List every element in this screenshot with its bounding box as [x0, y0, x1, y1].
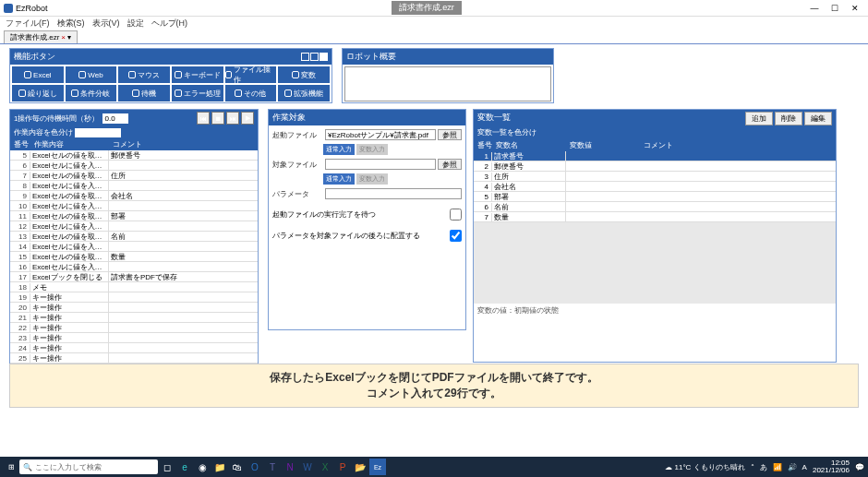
menu-settings[interactable]: 設定 [127, 18, 144, 30]
step-icon[interactable]: ⏭ [226, 112, 239, 125]
var-row[interactable]: 2郵便番号 [474, 161, 836, 172]
close-button[interactable]: ✕ [846, 2, 864, 15]
ops-row[interactable]: 23キー操作 [10, 333, 258, 343]
robot-overview-box[interactable] [344, 66, 551, 101]
store-icon[interactable]: 🛍 [229, 459, 246, 475]
normal-input-button[interactable]: 通常入力 [323, 144, 355, 155]
color-input[interactable] [75, 128, 121, 137]
ops-row[interactable]: 16Excelセルに値を入… [10, 262, 258, 272]
fn-button-0[interactable]: Excel [12, 66, 64, 83]
ops-row[interactable]: 12Excelセルに値を入… [10, 221, 258, 232]
menu-search[interactable]: 検索(S) [57, 18, 85, 30]
fn-button-11[interactable]: 拡張機能 [278, 85, 330, 101]
ops-row[interactable]: 22キー操作 [10, 323, 258, 333]
var-row[interactable]: 6名前 [474, 202, 836, 212]
var-row[interactable]: 3住所 [474, 172, 836, 182]
menu-help[interactable]: ヘルプ(H) [151, 18, 188, 30]
ops-row[interactable]: 11Excelセルの値を取…部署 [10, 211, 258, 221]
fn-button-3[interactable]: キーボード [172, 66, 223, 83]
tab-dropdown-icon[interactable]: ▾ [67, 33, 71, 42]
teams-icon[interactable]: T [264, 459, 281, 475]
play-icon[interactable]: ▶ [241, 112, 254, 125]
ime-icon[interactable]: あ [760, 462, 767, 472]
explorer-icon[interactable]: 📁 [211, 459, 228, 475]
menu-view[interactable]: 表示(V) [92, 18, 120, 30]
chrome-icon[interactable]: ◉ [194, 459, 211, 475]
fn-button-6[interactable]: 繰り返し [12, 85, 64, 101]
volume-icon[interactable]: 🔊 [788, 463, 797, 471]
ime-a-icon[interactable]: A [802, 463, 807, 471]
var-del-button[interactable]: 削除 [775, 112, 802, 125]
ops-row[interactable]: 19キー操作 [10, 292, 258, 303]
ops-row[interactable]: 5Excelセルの値を取…郵便番号 [10, 150, 258, 161]
fn-button-10[interactable]: その他 [225, 85, 277, 101]
var-row[interactable]: 7数量 [474, 212, 836, 222]
banner-line1: 保存したらExcelブックを閉じてPDFファイルを開いて終了です。 [270, 370, 597, 386]
launch-ref-button[interactable]: 参照 [438, 129, 462, 140]
fn-button-8[interactable]: 待機 [118, 85, 170, 101]
tab-close-icon[interactable]: × [61, 33, 66, 42]
wifi-icon[interactable]: 📶 [773, 463, 782, 471]
taskbar-search[interactable]: 🔍 ここに入力して検索 [19, 459, 158, 474]
var-input-button[interactable]: 変数入力 [356, 144, 388, 155]
target-ref-button[interactable]: 参照 [438, 159, 462, 170]
var-input-button-2[interactable]: 変数入力 [356, 173, 388, 185]
var-row[interactable]: 5部署 [474, 192, 836, 202]
fn-button-4[interactable]: ファイル操作 [225, 66, 277, 83]
var-row[interactable]: 1請求番号 [474, 151, 836, 161]
minimize-button[interactable]: — [805, 2, 824, 15]
var-edit-button[interactable]: 編集 [804, 112, 832, 125]
function-buttons-panel: 機能ボタン ExcelWebマウスキーボードファイル操作変数繰り返し条件分岐待機… [9, 48, 332, 103]
ops-row[interactable]: 20キー操作 [10, 303, 258, 313]
ops-row[interactable]: 25キー操作 [10, 353, 258, 364]
ops-row[interactable]: 24キー操作 [10, 343, 258, 353]
ops-row[interactable]: 10Excelセルに値を入… [10, 201, 258, 211]
clock-date[interactable]: 2021/12/06 [813, 467, 850, 474]
wait-run-checkbox[interactable] [450, 209, 462, 221]
place-after-checkbox[interactable] [450, 230, 462, 242]
rewind-icon[interactable]: ⏮ [197, 112, 210, 125]
var-row[interactable]: 4会社名 [474, 182, 836, 192]
ops-row[interactable]: 14Excelセルに値を入… [10, 242, 258, 252]
search-placeholder: ここに入力して検索 [35, 462, 102, 472]
ops-row[interactable]: 17Excelブックを閉じる請求書をPDFで保存 [10, 272, 258, 282]
fn-button-2[interactable]: マウス [118, 66, 170, 83]
fn-button-1[interactable]: Web [66, 66, 117, 83]
outlook-icon[interactable]: O [247, 459, 263, 475]
param-input[interactable] [325, 188, 462, 199]
ops-row[interactable]: 9Excelセルの値を取…会社名 [10, 191, 258, 201]
stop-icon[interactable]: ⏹ [211, 112, 224, 125]
tab-document[interactable]: 請求書作成.ezr × ▾ [4, 30, 78, 43]
ops-row[interactable]: 6Excelセルに値を入… [10, 161, 258, 171]
var-add-button[interactable]: 追加 [745, 112, 773, 125]
ezrobot-taskbar-icon[interactable]: Ez [369, 459, 386, 475]
notification-icon[interactable]: 💬 [855, 463, 864, 471]
task-view-icon[interactable]: ◻ [159, 459, 175, 475]
excel-icon[interactable]: X [317, 459, 333, 475]
ops-row[interactable]: 13Excelセルの値を取…名前 [10, 232, 258, 242]
maximize-button[interactable]: ☐ [826, 2, 844, 15]
powerpoint-icon[interactable]: P [334, 459, 351, 475]
ops-row[interactable]: 18メモ [10, 282, 258, 292]
ops-row[interactable]: 8Excelセルに値を入… [10, 181, 258, 191]
edge-icon[interactable]: e [176, 459, 193, 475]
weather-widget[interactable]: ☁ 11°C くもりのち晴れ [665, 462, 744, 472]
folder-icon[interactable]: 📂 [352, 459, 368, 475]
target-file-input[interactable] [325, 159, 436, 170]
normal-input-button-2[interactable]: 通常入力 [323, 173, 355, 185]
fn-button-7[interactable]: 条件分岐 [66, 85, 117, 101]
word-icon[interactable]: W [299, 459, 316, 475]
onenote-icon[interactable]: N [282, 459, 298, 475]
tray-chevron-icon[interactable]: ˄ [751, 463, 754, 471]
variables-panel: 変数一覧 追加 削除 編集 変数一覧を色分け 番号 変数名 変数値 コメント 1… [473, 109, 837, 363]
start-button[interactable]: ⊞ [4, 459, 18, 474]
launch-file-input[interactable] [325, 129, 436, 140]
wait-time-input[interactable] [102, 113, 128, 124]
fn-button-5[interactable]: 変数 [278, 66, 330, 83]
ops-row[interactable]: 15Excelセルの値を取…数量 [10, 252, 258, 262]
ops-row[interactable]: 7Excelセルの値を取…住所 [10, 171, 258, 181]
fn-button-9[interactable]: エラー処理 [172, 85, 223, 101]
ops-row[interactable]: 21キー操作 [10, 313, 258, 323]
menu-file[interactable]: ファイル(F) [6, 18, 50, 30]
color-label: 作業内容を色分け [14, 128, 73, 137]
